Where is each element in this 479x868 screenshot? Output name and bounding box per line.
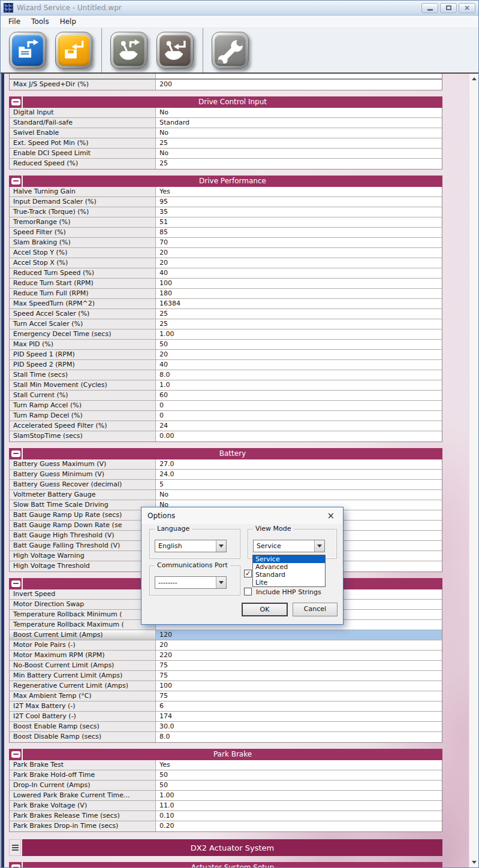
table-row[interactable]: Battery Guess Maximum (V)27.0 (10, 459, 442, 470)
param-value-cell[interactable]: 5 (156, 480, 442, 489)
dropdown-option-lite[interactable]: Lite (253, 579, 325, 586)
table-row[interactable]: Reduced Speed (%)25 (10, 159, 442, 169)
menu-item-tools[interactable]: Tools (26, 16, 55, 27)
param-value-cell[interactable]: No (156, 490, 442, 500)
param-value-cell[interactable]: 50 (156, 781, 442, 790)
table-row[interactable]: Battery Guess Recover (decimal)5 (10, 480, 442, 490)
scroll-down-button[interactable] (469, 857, 478, 867)
table-row[interactable]: Reduced Turn Speed (%)40 (10, 268, 442, 279)
table-row[interactable]: Motor Maximum RPM (RPM)220 (10, 651, 442, 661)
scroll-up-button[interactable] (469, 74, 478, 84)
param-value-cell[interactable]: 75 (156, 671, 442, 681)
table-row[interactable]: Accelerated Speed Filter (%)24 (10, 421, 442, 431)
table-row[interactable]: Drop-In Current (Amps)50 (10, 781, 442, 791)
dialog-title-bar[interactable]: Options × (141, 507, 343, 524)
table-row[interactable]: TremorRange (%)51 (10, 217, 442, 228)
table-row[interactable]: Boost Disable Ramp (secs)8.0 (10, 732, 442, 742)
param-value-cell[interactable]: 1.00 (156, 791, 442, 800)
table-row[interactable]: Accel Stop X (%)20 (10, 258, 442, 268)
table-row[interactable]: Reduce Turn Start (RPM)100 (10, 279, 442, 289)
view-mode-select[interactable]: Service (253, 540, 325, 552)
table-row[interactable]: Digital InputNo (10, 108, 442, 118)
param-value-cell[interactable]: 20 (156, 350, 442, 359)
param-value-cell[interactable]: 51 (156, 217, 442, 227)
table-row[interactable]: Speed Filter (%)85 (10, 228, 442, 238)
table-row[interactable]: True-Track (Torque) (%)35 (10, 207, 442, 217)
param-value-cell[interactable]: 70 (156, 238, 442, 247)
table-row[interactable]: Boost Current Limit (Amps)120 (10, 630, 442, 640)
minimize-button[interactable] (421, 3, 438, 13)
menu-item-file[interactable]: File (3, 16, 26, 27)
param-value-cell[interactable]: No (156, 149, 442, 158)
table-row[interactable]: Turn Ramp Accel (%)0 (10, 401, 442, 411)
dropdown-option-standard[interactable]: Standard (253, 571, 325, 579)
table-row[interactable]: Park Brakes Drop-in Time (secs)0.20 (10, 821, 442, 831)
language-select[interactable]: English (155, 540, 227, 552)
table-row[interactable]: Swivel EnableNo (10, 128, 442, 138)
ok-button[interactable]: OK (242, 603, 288, 616)
table-row[interactable]: Voltmeter Battery GaugeNo (10, 490, 442, 500)
param-value-cell[interactable]: 8.0 (156, 732, 442, 742)
table-row[interactable]: Stall Current (%)60 (10, 391, 442, 401)
param-value-cell[interactable]: 1.00 (156, 329, 442, 339)
param-value-cell[interactable]: 25 (156, 159, 442, 169)
vertical-scrollbar[interactable] (469, 74, 478, 867)
param-value-cell[interactable]: 20 (156, 640, 442, 650)
table-row[interactable] (9, 74, 442, 79)
param-value-cell[interactable]: 180 (156, 289, 442, 298)
table-row[interactable]: Reduce Turn Full (RPM)180 (10, 289, 442, 299)
close-button[interactable]: × (459, 3, 475, 13)
dropdown-option-advanced[interactable]: Advanced (253, 563, 325, 571)
table-row[interactable]: No-Boost Current Limit (Amps)75 (10, 661, 442, 671)
table-row[interactable]: Regenerative Current Limit (Amps)100 (10, 681, 442, 691)
param-value-cell[interactable]: 120 (156, 630, 442, 640)
table-row[interactable]: Speed Accel Scaler (%)25 (10, 309, 442, 319)
options-wrench-button[interactable] (212, 32, 249, 69)
param-value-cell[interactable]: 75 (156, 691, 442, 701)
param-value-cell[interactable]: 30.0 (156, 722, 442, 731)
param-value-cell[interactable]: 220 (156, 651, 442, 660)
table-row[interactable]: Input Demand Scaler (%)95 (10, 197, 442, 207)
table-row[interactable]: Turn Accel Scaler (%)25 (10, 319, 442, 329)
layers-icon[interactable] (9, 839, 21, 856)
collapse-button[interactable] (11, 99, 20, 105)
param-value-cell[interactable]: 25 (156, 309, 442, 319)
collapse-button[interactable] (11, 580, 20, 587)
dropdown-option-service[interactable]: Service (253, 555, 325, 563)
table-row[interactable]: Lowered Park Brake Current Time...1.00 (10, 791, 442, 801)
table-row[interactable]: Battery Guess Minimum (V)24.0 (10, 470, 442, 480)
table-row[interactable]: Halve Turning GainYes (10, 187, 442, 197)
param-value-cell[interactable]: 1.0 (156, 380, 442, 390)
table-row[interactable]: Max SpeedTurn (RPM^2)16384 (10, 299, 442, 309)
table-row[interactable]: Max Ambient Temp (°C)75 (10, 691, 442, 701)
table-row[interactable]: Slam Braking (%)70 (10, 238, 442, 248)
table-row[interactable]: Stall Min Movement (Cycles)1.0 (10, 380, 442, 391)
table-row[interactable]: Park Brake TestYes (10, 760, 442, 770)
param-value-cell[interactable]: 75 (156, 661, 442, 670)
table-row[interactable]: Enable DCI Speed LimitNo (10, 149, 442, 159)
param-value-cell[interactable]: Yes (156, 760, 442, 770)
param-value-cell[interactable]: 0 (156, 411, 442, 421)
menu-item-help[interactable]: Help (55, 16, 82, 27)
param-value-cell[interactable]: 40 (156, 268, 442, 278)
param-value-cell[interactable]: 24.0 (156, 470, 442, 479)
table-row[interactable]: Stall Time (secs)8.0 (10, 370, 442, 380)
param-value-cell[interactable]: 25 (156, 138, 442, 148)
hidden-checkbox[interactable]: ✓ (244, 570, 252, 577)
param-value-cell[interactable]: 11.0 (156, 801, 442, 810)
table-row[interactable]: PID Speed 1 (RPM)20 (10, 350, 442, 360)
param-value-cell[interactable]: 50 (156, 770, 442, 780)
table-row[interactable]: I2T Cool Battery (-)174 (10, 712, 442, 722)
chevron-down-icon[interactable] (216, 540, 226, 552)
param-value-cell[interactable]: Yes (156, 187, 442, 196)
include-hhp-checkbox[interactable] (244, 588, 252, 595)
save-file-button[interactable] (55, 32, 92, 69)
write-controller-button[interactable] (156, 32, 194, 69)
table-row[interactable]: I2T Max Battery (-)6 (10, 701, 442, 712)
table-row[interactable]: Max J/S Speed+Dir (%)200 (10, 80, 442, 90)
table-row[interactable]: Motor Pole Pairs (-)20 (10, 640, 442, 651)
table-row[interactable]: Boost Enable Ramp (secs)30.0 (10, 722, 442, 732)
table-row[interactable]: Max PID (%)50 (10, 340, 442, 350)
param-value-cell[interactable]: 27.0 (156, 459, 442, 469)
param-value-cell[interactable]: 50 (156, 340, 442, 349)
